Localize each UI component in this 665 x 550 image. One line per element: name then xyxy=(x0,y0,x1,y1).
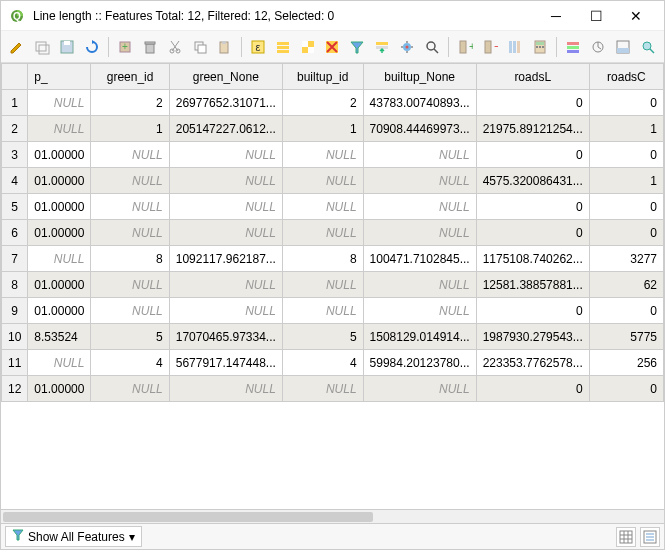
delete-icon[interactable] xyxy=(140,36,161,58)
cell[interactable]: NULL xyxy=(282,298,363,324)
column-header[interactable]: roadsL xyxy=(476,64,589,90)
cell[interactable]: 5 xyxy=(91,324,169,350)
column-header[interactable]: p_ xyxy=(28,64,91,90)
row-header[interactable]: 6 xyxy=(2,220,28,246)
cell[interactable]: 223353.7762578... xyxy=(476,350,589,376)
row-header[interactable]: 11 xyxy=(2,350,28,376)
cell[interactable]: NULL xyxy=(363,194,476,220)
table-view-icon[interactable] xyxy=(616,527,636,547)
cell[interactable]: 1 xyxy=(91,116,169,142)
cell[interactable]: 0 xyxy=(589,298,663,324)
organize-columns-icon[interactable] xyxy=(504,36,525,58)
zoom-feature-icon[interactable] xyxy=(637,36,658,58)
cell[interactable]: 01.00000 xyxy=(28,220,91,246)
cell[interactable]: 205147227.0612... xyxy=(169,116,282,142)
multiedit-icon[interactable] xyxy=(32,36,53,58)
table-row[interactable]: 901.00000NULLNULLNULLNULL00 xyxy=(2,298,664,324)
cell[interactable]: NULL xyxy=(91,142,169,168)
cell[interactable]: 1987930.279543... xyxy=(476,324,589,350)
invert-selection-icon[interactable] xyxy=(297,36,318,58)
cell[interactable]: NULL xyxy=(169,298,282,324)
cell[interactable]: 0 xyxy=(476,90,589,116)
cell[interactable]: 0 xyxy=(589,194,663,220)
cell[interactable]: NULL xyxy=(91,194,169,220)
new-field-icon[interactable]: + xyxy=(455,36,476,58)
row-header[interactable]: 8 xyxy=(2,272,28,298)
cell[interactable]: NULL xyxy=(282,168,363,194)
cell[interactable]: NULL xyxy=(363,168,476,194)
actions-icon[interactable] xyxy=(588,36,609,58)
table-row[interactable]: 801.00000NULLNULLNULLNULL12581.38857881.… xyxy=(2,272,664,298)
cell[interactable]: 3277 xyxy=(589,246,663,272)
cell[interactable]: 0 xyxy=(476,142,589,168)
cell[interactable]: NULL xyxy=(169,220,282,246)
table-row[interactable]: 601.00000NULLNULLNULLNULL00 xyxy=(2,220,664,246)
cell[interactable]: NULL xyxy=(169,272,282,298)
select-expression-icon[interactable]: ε xyxy=(248,36,269,58)
minimize-button[interactable]: ─ xyxy=(536,2,576,30)
table-row[interactable]: 7NULL81092117.962187...8100471.7102845..… xyxy=(2,246,664,272)
cell[interactable]: 01.00000 xyxy=(28,298,91,324)
table-row[interactable]: 401.00000NULLNULLNULLNULL4575.320086431.… xyxy=(2,168,664,194)
row-header[interactable]: 5 xyxy=(2,194,28,220)
move-top-icon[interactable] xyxy=(372,36,393,58)
cell[interactable]: 1 xyxy=(589,168,663,194)
cell[interactable]: 43783.00740893... xyxy=(363,90,476,116)
column-header[interactable]: builtup_id xyxy=(282,64,363,90)
cell[interactable]: 4 xyxy=(282,350,363,376)
row-header[interactable]: 10 xyxy=(2,324,28,350)
cell[interactable]: NULL xyxy=(282,194,363,220)
cell[interactable]: 4575.320086431... xyxy=(476,168,589,194)
row-header[interactable]: 3 xyxy=(2,142,28,168)
cell[interactable]: 8 xyxy=(91,246,169,272)
cell[interactable]: 70908.44469973... xyxy=(363,116,476,142)
cell[interactable]: NULL xyxy=(91,298,169,324)
cell[interactable]: 1175108.740262... xyxy=(476,246,589,272)
close-button[interactable]: ✕ xyxy=(616,2,656,30)
save-icon[interactable] xyxy=(57,36,78,58)
cell[interactable]: NULL xyxy=(91,376,169,402)
cell[interactable]: NULL xyxy=(363,376,476,402)
cell[interactable]: 0 xyxy=(589,376,663,402)
cell[interactable]: NULL xyxy=(169,376,282,402)
cell[interactable]: NULL xyxy=(363,220,476,246)
cell[interactable]: NULL xyxy=(363,298,476,324)
cell[interactable]: 0 xyxy=(476,194,589,220)
cell[interactable]: NULL xyxy=(91,220,169,246)
column-header[interactable]: green_id xyxy=(91,64,169,90)
table-container[interactable]: p_green_idgreen_Nonebuiltup_idbuiltup_No… xyxy=(1,63,664,509)
cell[interactable]: 26977652.31071... xyxy=(169,90,282,116)
cell[interactable]: 1508129.014914... xyxy=(363,324,476,350)
cell[interactable]: 01.00000 xyxy=(28,142,91,168)
cell[interactable]: NULL xyxy=(169,142,282,168)
cell[interactable]: 01.00000 xyxy=(28,272,91,298)
cell[interactable]: NULL xyxy=(282,272,363,298)
cell[interactable]: 01.00000 xyxy=(28,376,91,402)
delete-field-icon[interactable]: − xyxy=(480,36,501,58)
table-row[interactable]: 108.53524517070465.97334...51508129.0149… xyxy=(2,324,664,350)
cell[interactable]: 01.00000 xyxy=(28,168,91,194)
cell[interactable]: 1092117.962187... xyxy=(169,246,282,272)
pan-to-icon[interactable] xyxy=(396,36,417,58)
cell[interactable]: 256 xyxy=(589,350,663,376)
cell[interactable]: 0 xyxy=(476,298,589,324)
cell[interactable]: 01.00000 xyxy=(28,194,91,220)
cell[interactable]: 1 xyxy=(282,116,363,142)
table-row[interactable]: 1201.00000NULLNULLNULLNULL00 xyxy=(2,376,664,402)
cell[interactable]: 4 xyxy=(91,350,169,376)
cell[interactable]: 2 xyxy=(282,90,363,116)
cell[interactable]: NULL xyxy=(91,168,169,194)
cell[interactable]: 1 xyxy=(589,116,663,142)
cell[interactable]: 8.53524 xyxy=(28,324,91,350)
cell[interactable]: NULL xyxy=(282,220,363,246)
cell[interactable]: NULL xyxy=(28,350,91,376)
cell[interactable]: 0 xyxy=(476,220,589,246)
cell[interactable]: 0 xyxy=(476,376,589,402)
corner-header[interactable] xyxy=(2,64,28,90)
maximize-button[interactable]: ☐ xyxy=(576,2,616,30)
dock-icon[interactable] xyxy=(612,36,633,58)
copy-icon[interactable] xyxy=(189,36,210,58)
cell[interactable]: NULL xyxy=(28,116,91,142)
table-row[interactable]: 11NULL45677917.147448...459984.20123780.… xyxy=(2,350,664,376)
cell[interactable]: NULL xyxy=(363,142,476,168)
